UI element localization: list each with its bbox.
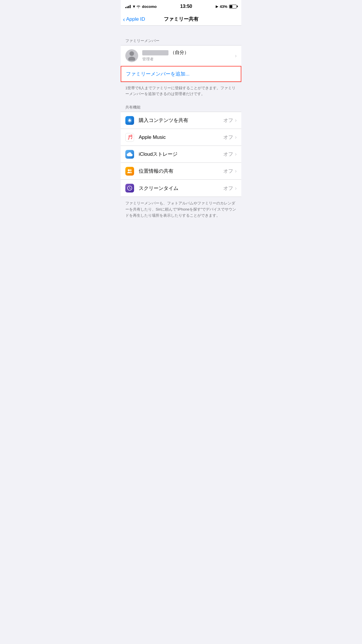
status-left: ▾ docomo [125, 4, 157, 9]
signal-icon [125, 5, 131, 8]
feature-status-icloud: オフ [223, 151, 233, 158]
member-item-self[interactable]: （自分） 管理者 › [121, 46, 241, 66]
wifi-symbol [136, 5, 141, 8]
feature-item-icloud[interactable]: iCloudストレージ オフ › [121, 146, 241, 163]
feature-status-screen-time: オフ [223, 185, 233, 192]
feature-label-location: 位置情報の共有 [139, 168, 223, 174]
page-title: ファミリー共有 [164, 16, 198, 22]
bottom-info-text: ファミリーメンバーも、フォトアルバムやファミリーのカレンダーを共有したり、Sir… [121, 197, 241, 227]
battery-icon [229, 5, 237, 8]
chevron-right-icon: › [235, 185, 237, 191]
feature-item-purchase[interactable]: A 購入コンテンツを共有 オフ › [121, 112, 241, 129]
chevron-right-icon: › [235, 151, 237, 157]
feature-label-icloud: iCloudストレージ [139, 151, 223, 158]
chevron-right-icon: › [235, 134, 237, 140]
add-member-label: ファミリーメンバーを追加... [126, 71, 189, 77]
feature-status-location: オフ [223, 168, 233, 174]
svg-point-1 [128, 57, 135, 61]
chevron-right-icon: › [235, 168, 237, 174]
shared-features-list: A 購入コンテンツを共有 オフ › Apple Music オフ › [121, 112, 241, 197]
member-role-label: 管理者 [142, 57, 235, 62]
icloud-icon [125, 150, 134, 159]
family-members-list: （自分） 管理者 › ファミリーメンバーを追加... [121, 45, 241, 82]
family-members-section-header: ファミリーメンバー [121, 36, 241, 45]
status-right: ▶ 43% [216, 4, 237, 9]
member-self-label: （自分） [170, 50, 189, 56]
content-area: ファミリーメンバー （自分） 管理者 › [121, 26, 241, 227]
svg-point-0 [129, 51, 134, 56]
chevron-right-icon: › [235, 117, 237, 123]
back-chevron-icon: ‹ [123, 16, 125, 22]
avatar [125, 49, 138, 62]
screen-time-icon [125, 184, 134, 192]
avatar-person-icon [126, 50, 137, 62]
app-store-icon: A [125, 116, 134, 125]
svg-text:A: A [129, 118, 131, 122]
feature-label-purchase: 購入コンテンツを共有 [139, 117, 223, 124]
back-label: Apple ID [126, 16, 145, 22]
apple-music-icon [125, 133, 134, 142]
family-members-info: 1世帯で6人までファミリーに登録することができます。ファミリーメンバーを追加でき… [121, 82, 241, 102]
status-bar: ▾ docomo 13:50 ▶ 43% [121, 0, 241, 13]
feature-item-apple-music[interactable]: Apple Music オフ › [121, 129, 241, 146]
back-button[interactable]: ‹ Apple ID [123, 16, 145, 22]
svg-point-3 [128, 169, 130, 171]
feature-item-location[interactable]: 位置情報の共有 オフ › [121, 163, 241, 180]
svg-point-4 [130, 169, 132, 171]
wifi-icon: ▾ [133, 4, 135, 9]
carrier-label: docomo [142, 4, 157, 9]
top-spacer [121, 26, 241, 36]
shared-features-section-header: 共有機能 [121, 102, 241, 112]
feature-label-apple-music: Apple Music [139, 134, 223, 140]
feature-status-apple-music: オフ [223, 134, 233, 141]
member-info: （自分） 管理者 [142, 50, 235, 62]
feature-status-purchase: オフ [223, 117, 233, 124]
member-name-blurred [142, 50, 168, 55]
battery-percent: 43% [220, 4, 227, 9]
chevron-right-icon: › [235, 53, 237, 59]
location-icon: ▶ [216, 5, 218, 8]
find-friends-icon [125, 167, 134, 176]
member-name-row: （自分） [142, 50, 235, 56]
navigation-bar: ‹ Apple ID ファミリー共有 [121, 13, 241, 26]
feature-label-screen-time: スクリーンタイム [139, 185, 223, 192]
add-member-button[interactable]: ファミリーメンバーを追加... [121, 66, 241, 82]
feature-item-screen-time[interactable]: スクリーンタイム オフ › [121, 180, 241, 197]
time-display: 13:50 [180, 4, 192, 9]
